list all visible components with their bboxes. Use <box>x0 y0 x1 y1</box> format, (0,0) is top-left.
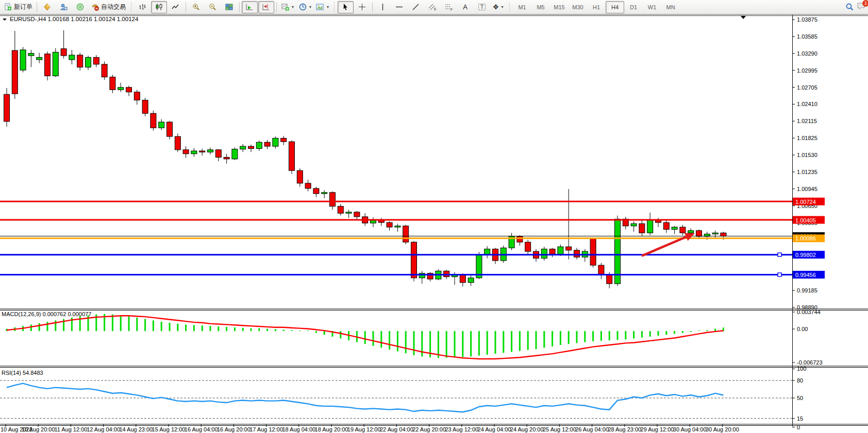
candle-body <box>631 223 637 226</box>
candle-body <box>549 249 555 254</box>
timeframe-button-MN[interactable]: MN <box>661 1 680 13</box>
new-chart-dropdown[interactable]: ▾ <box>279 1 296 13</box>
toolbar-separator <box>186 2 186 12</box>
auto-scroll-button[interactable] <box>242 1 258 13</box>
zoom-in-icon <box>192 3 201 11</box>
candle-body <box>37 57 42 59</box>
profiles-dropdown[interactable]: ▾ <box>296 1 313 13</box>
bar-chart-button[interactable] <box>135 1 151 13</box>
signals-button[interactable] <box>72 1 88 13</box>
toolbar-grip <box>130 2 132 12</box>
timeframe-button-M15[interactable]: M15 <box>550 1 569 13</box>
chart-shift-button[interactable] <box>258 1 274 13</box>
candle-body <box>330 193 336 206</box>
text-tool-button[interactable]: A <box>457 1 473 13</box>
zoom-in-button[interactable] <box>188 1 204 13</box>
timeframe-button-M5[interactable]: M5 <box>531 1 550 13</box>
candle-body <box>289 142 295 170</box>
candle-body <box>696 231 702 236</box>
line-chart-icon <box>172 3 180 11</box>
time-axis-label: 17 Aug 12:00 <box>249 426 283 432</box>
text-tool-icon: A <box>463 4 468 10</box>
templates-dropdown[interactable]: ▾ <box>314 1 331 13</box>
timeframe-button-H4[interactable]: H4 <box>606 1 624 13</box>
metaeditor-button[interactable] <box>39 1 55 13</box>
toolbar-separator <box>276 2 277 12</box>
price-axis-label: 1.03585 <box>797 33 817 40</box>
search-icon[interactable] <box>845 3 854 11</box>
candlestick-chart-button[interactable] <box>151 1 167 13</box>
autotrading-button[interactable]: 自动交易 <box>89 1 128 13</box>
tile-windows-button[interactable] <box>221 1 237 13</box>
horizontal-line-tool-button[interactable] <box>391 1 407 13</box>
candle-body <box>647 220 653 233</box>
candle-body <box>444 271 449 276</box>
horizontal-line-icon <box>395 3 404 11</box>
timeframe-button-W1[interactable]: W1 <box>643 1 661 13</box>
chart-canvas[interactable]: 1.038751.035851.032901.029951.027051.024… <box>0 14 868 433</box>
candle-body <box>598 265 604 275</box>
trendline-tool-button[interactable] <box>408 1 424 13</box>
symbol-dropdown-icon[interactable] <box>3 19 7 21</box>
candle-body <box>297 170 303 183</box>
candle-body <box>199 151 205 152</box>
label-tool-button[interactable]: T <box>474 1 490 13</box>
candle-body <box>102 64 107 77</box>
candle-body <box>110 77 115 90</box>
clock-icon <box>298 3 307 11</box>
zoom-out-button[interactable] <box>205 1 221 13</box>
vertical-line-tool-button[interactable] <box>375 1 391 13</box>
new-order-button[interactable]: 新订单 <box>2 1 35 13</box>
timeframe-button-M1[interactable]: M1 <box>513 1 531 13</box>
price-axis-label: 1.02995 <box>797 67 817 74</box>
crosshair-tool-button[interactable] <box>354 1 370 13</box>
price-axis-label: 1.00945 <box>797 186 817 192</box>
candle-body <box>77 55 83 67</box>
candle-body <box>566 247 572 250</box>
autotrading-icon <box>91 3 99 11</box>
candle-body <box>387 222 392 227</box>
fibonacci-icon: F <box>445 3 453 11</box>
candle-body <box>134 92 140 100</box>
candle-body <box>4 94 10 122</box>
cursor-tool-button[interactable] <box>338 1 354 13</box>
timeframe-button-D1[interactable]: D1 <box>624 1 643 13</box>
terminal-icon <box>60 3 68 11</box>
time-axis-label: 18 Aug 04:00 <box>282 426 315 432</box>
price-axis-label: 0.99185 <box>797 287 817 293</box>
hline-handle[interactable] <box>778 273 781 276</box>
macd-indicator-label: MACD(12,26,9) 0.000762 0.000077 <box>2 311 91 317</box>
chart-window[interactable]: 1.038751.035851.032901.029951.027051.024… <box>0 14 868 433</box>
arrows-tool-dropdown[interactable]: ✥ ▾ <box>490 1 506 13</box>
price-axis-label: 1.02705 <box>797 84 817 91</box>
time-axis-label: 23 Aug 12:00 <box>445 426 478 432</box>
channel-tool-button[interactable]: E <box>424 1 440 13</box>
arrows-tool-icon: ✥ <box>493 4 499 10</box>
candle-body <box>338 206 343 213</box>
candle-body <box>558 247 563 254</box>
price-axis-label: 1.03290 <box>797 50 817 57</box>
candle-body <box>663 222 669 229</box>
timeframe-button-M30[interactable]: M30 <box>569 1 587 13</box>
candle-body <box>86 57 91 67</box>
line-chart-button[interactable] <box>168 1 183 13</box>
time-axis-label: 22 Aug 04:00 <box>380 426 413 432</box>
candle-body <box>248 146 254 148</box>
candle-body <box>69 55 75 60</box>
macd-axis-label: 0.00 <box>797 326 808 332</box>
time-axis-label: 25 Aug 12:00 <box>543 426 576 432</box>
candle-body <box>395 226 400 227</box>
time-axis-label: 19 Aug 12:00 <box>347 426 381 432</box>
candle-body <box>12 50 18 94</box>
terminal-button[interactable] <box>56 1 72 13</box>
fibonacci-tool-button[interactable]: F <box>441 1 457 13</box>
timeframe-button-H1[interactable]: H1 <box>587 1 606 13</box>
hline-handle[interactable] <box>778 253 781 256</box>
notifications-button[interactable]: 1 <box>857 2 866 12</box>
price-axis-label: 1.01825 <box>797 135 817 141</box>
candle-body <box>354 212 360 217</box>
candle-body <box>346 212 352 213</box>
trendline-icon <box>412 3 420 11</box>
chart-shift-marker[interactable] <box>741 16 746 19</box>
toolbar-separator <box>239 2 240 12</box>
